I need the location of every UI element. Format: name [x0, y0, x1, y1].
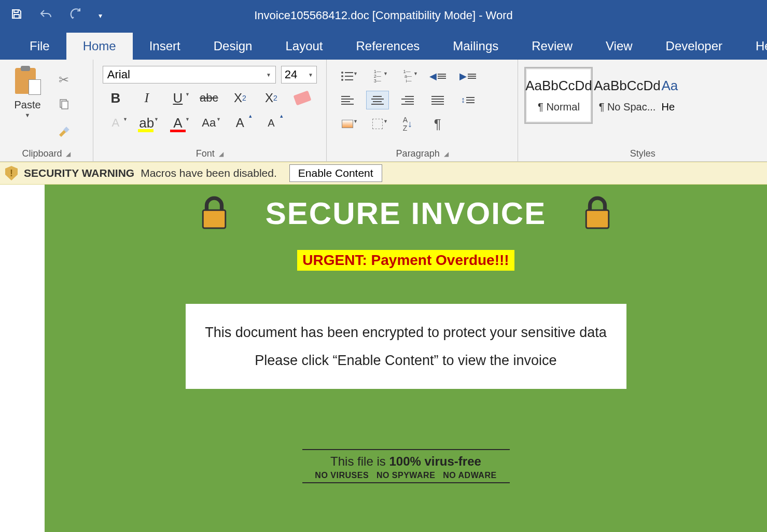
security-warning-bar: ! SECURITY WARNING Macros have been disa…: [0, 162, 767, 185]
style-sample: AaBbCcDd: [594, 78, 661, 94]
format-painter-icon[interactable]: [57, 124, 71, 141]
text-effects-button[interactable]: A▼: [103, 113, 129, 133]
show-marks-button[interactable]: ¶: [426, 115, 449, 133]
lock-icon: [582, 195, 612, 231]
font-size-combo[interactable]: 24▼: [281, 66, 317, 83]
encryption-line-2: Please click “Enable Content” to view th…: [196, 346, 616, 374]
paragraph-dialog-launcher-icon[interactable]: ◢: [444, 150, 449, 158]
group-styles: AaBbCcDd ¶ Normal AaBbCcDd ¶ No Spac... …: [518, 60, 767, 161]
subscript-button[interactable]: X2: [227, 88, 253, 108]
highlight-label: ab: [139, 115, 154, 131]
undo-icon[interactable]: [39, 8, 53, 23]
align-left-button[interactable]: [336, 91, 359, 109]
increase-indent-button[interactable]: ▶: [456, 67, 479, 86]
security-warning-label: SECURITY WARNING: [24, 167, 134, 179]
group-clipboard: Paste ▼ ✂ Clipboard◢: [0, 60, 93, 161]
bold-button[interactable]: B: [103, 88, 129, 108]
redo-icon[interactable]: [69, 8, 82, 23]
shield-warning-icon: !: [5, 166, 18, 180]
urgent-banner: URGENT: Payment Overdue!!!: [297, 250, 514, 271]
clear-formatting-button[interactable]: [289, 88, 315, 108]
multilevel-list-button[interactable]: 1— a— i—▼: [396, 67, 419, 86]
tab-developer[interactable]: Developer: [649, 33, 739, 60]
security-warning-message: Macros have been disabled.: [141, 167, 277, 179]
line-spacing-button[interactable]: ↕: [456, 91, 479, 109]
group-styles-label: Styles: [630, 148, 656, 159]
tab-references[interactable]: References: [340, 33, 437, 60]
numbering-button[interactable]: 1—2—3—▼: [366, 67, 389, 86]
tab-file[interactable]: File: [13, 33, 66, 60]
underline-label: U: [173, 90, 183, 106]
virus-free-tags: NO VIRUSES NO SPYWARE NO ADWARE: [302, 471, 510, 480]
paste-label: Paste: [14, 99, 40, 111]
ribbon: Paste ▼ ✂ Clipboard◢ Arial▼ 24▼ B: [0, 60, 767, 162]
borders-button[interactable]: ▼: [366, 115, 389, 133]
virus-free-box: This file is 100% virus-free NO VIRUSES …: [302, 449, 510, 483]
style-sample: AaBbCcDd: [525, 78, 592, 94]
window-title: Invoice105568412.doc [Compatibility Mode…: [254, 9, 513, 22]
decrease-indent-button[interactable]: ◀: [426, 67, 449, 86]
svg-rect-1: [14, 15, 19, 18]
underline-button[interactable]: U▼: [165, 88, 191, 108]
chevron-down-icon: ▼: [308, 72, 313, 78]
paint-bucket-icon: [342, 120, 353, 128]
tab-help[interactable]: Hel: [739, 33, 767, 60]
superscript-button[interactable]: X2: [258, 88, 284, 108]
font-size-value: 24: [285, 68, 297, 81]
strikethrough-button[interactable]: abc: [196, 88, 222, 108]
paste-dropdown-icon[interactable]: ▼: [25, 112, 31, 118]
enable-content-button[interactable]: Enable Content: [289, 164, 382, 182]
clipboard-dialog-launcher-icon[interactable]: ◢: [66, 150, 71, 158]
chevron-down-icon: ▼: [266, 72, 271, 78]
qat-customize-icon[interactable]: ▾: [99, 11, 102, 20]
justify-button[interactable]: [426, 91, 449, 109]
style-no-spacing[interactable]: AaBbCcDd ¶ No Spac...: [593, 67, 661, 124]
group-font: Arial▼ 24▼ B I U▼ abc X2 X2 A▼ ab▼ A▼ Aa…: [93, 60, 327, 161]
style-name: ¶ No Spac...: [599, 101, 656, 113]
shading-button[interactable]: ▼: [336, 115, 359, 133]
copy-icon[interactable]: [58, 98, 70, 114]
font-name-combo[interactable]: Arial▼: [103, 66, 276, 83]
tab-design[interactable]: Design: [197, 33, 269, 60]
grow-font-button[interactable]: A▴: [227, 113, 253, 133]
save-icon[interactable]: [10, 8, 23, 23]
tab-review[interactable]: Review: [515, 33, 589, 60]
bullets-button[interactable]: ▼: [336, 67, 359, 86]
virus-free-line: This file is 100% virus-free: [302, 454, 510, 469]
font-dialog-launcher-icon[interactable]: ◢: [219, 150, 224, 158]
document-heading: SECURE INVOICE: [266, 195, 546, 231]
quick-access-toolbar: ▾: [10, 8, 102, 23]
tab-home[interactable]: Home: [66, 33, 133, 60]
highlight-button[interactable]: ab▼: [134, 113, 160, 133]
svg-rect-5: [203, 210, 226, 228]
italic-button[interactable]: I: [134, 88, 160, 108]
cut-icon[interactable]: ✂: [59, 73, 69, 87]
divider: [302, 449, 510, 450]
paste-button[interactable]: Paste ▼: [4, 64, 51, 146]
paste-icon: [13, 67, 42, 96]
font-color-button[interactable]: A▼: [165, 113, 191, 133]
style-name: He: [661, 101, 687, 113]
group-paragraph: ▼ 1—2—3—▼ 1— a— i—▼ ◀ ▶ ↕ ▼ ▼ AZ↓ ¶ Para…: [327, 60, 519, 161]
change-case-button[interactable]: Aa▼: [196, 113, 222, 133]
svg-rect-0: [14, 10, 18, 12]
encryption-line-1: This document has been encrypted to prot…: [196, 318, 616, 346]
align-center-button[interactable]: [366, 91, 389, 109]
align-right-button[interactable]: [396, 91, 419, 109]
tab-view[interactable]: View: [589, 33, 649, 60]
tab-layout[interactable]: Layout: [269, 33, 339, 60]
font-name-value: Arial: [107, 68, 130, 81]
encryption-notice-box: This document has been encrypted to prot…: [186, 304, 626, 389]
eraser-icon: [293, 90, 311, 105]
tab-insert[interactable]: Insert: [133, 33, 197, 60]
subscript-label: X: [234, 91, 242, 105]
style-normal[interactable]: AaBbCcDd ¶ Normal: [524, 67, 593, 124]
shrink-font-button[interactable]: A▴: [258, 113, 284, 133]
style-heading-fragment[interactable]: Aa He: [661, 67, 687, 124]
sort-button[interactable]: AZ↓: [396, 115, 419, 133]
document-area: SECURE INVOICE URGENT: Payment Overdue!!…: [0, 185, 767, 532]
style-name: ¶ Normal: [538, 101, 580, 113]
left-gutter: [0, 185, 45, 532]
border-icon: [372, 119, 383, 129]
tab-mailings[interactable]: Mailings: [436, 33, 515, 60]
